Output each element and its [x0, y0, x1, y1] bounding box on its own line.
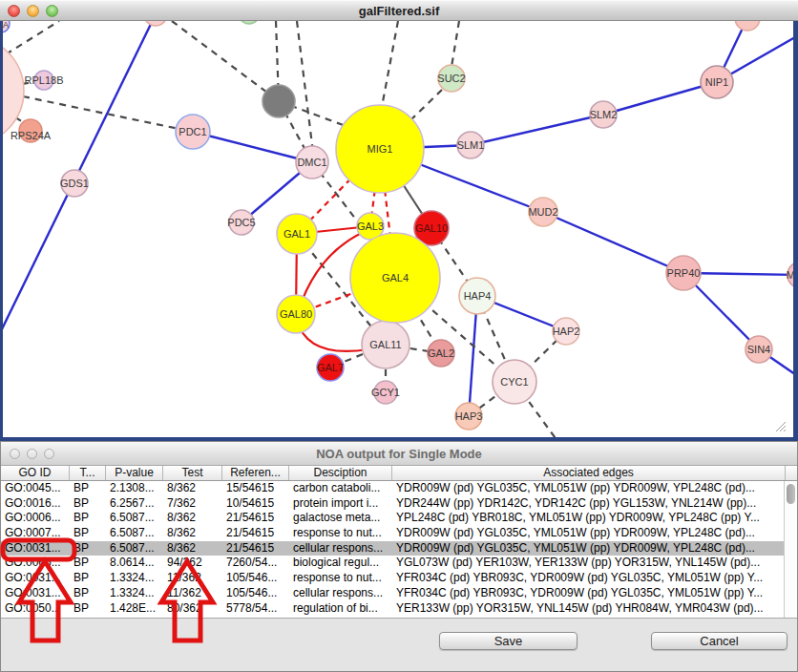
scrollbar-thumb[interactable]: [787, 484, 795, 504]
table-cell: 21/54615: [222, 541, 289, 556]
table-row[interactable]: GO:0031...BP1.3324...11/362105/546...cel…: [1, 586, 797, 601]
table-cell: BP: [70, 496, 106, 512]
network-edge-blue[interactable]: [193, 132, 312, 162]
node-gal7-label: GAL7: [317, 362, 344, 373]
table-cell: 21/54615: [222, 511, 289, 526]
table-row-selected[interactable]: GO:0031...BP6.5087...8/36221/54615cellul…: [1, 541, 797, 556]
network-edge-blue[interactable]: [543, 212, 683, 273]
table-cell: response to nut...: [289, 571, 392, 586]
node-prp40-label: PRP40: [667, 267, 701, 279]
node-suc2-label: SUC2: [437, 73, 465, 84]
node-gal11-label: GAL11: [369, 339, 401, 350]
table-cell: 10/54615: [222, 496, 289, 512]
table-cell: 6.2567...: [106, 496, 163, 512]
table-cell: 6.5087...: [106, 511, 163, 526]
table-cell: YFR034C (pd) YBR093C, YDR009W (pd) YGL03…: [392, 571, 786, 586]
vertical-scrollbar[interactable]: [784, 481, 797, 618]
table-cell: 8/362: [163, 511, 222, 526]
column-header-p-value[interactable]: P-value: [106, 466, 163, 480]
table-cell: BP: [70, 511, 106, 526]
node-gal3-label: GAL3: [357, 220, 384, 232]
table-cell: GO:0065...: [1, 556, 70, 571]
table-cell: 6.5087...: [106, 526, 163, 541]
network-edge-dash[interactable]: [172, 21, 279, 101]
node-cut-topleft-label: 17A: [3, 21, 9, 30]
table-row[interactable]: GO:0050...BP1.428E...80/3625778/54...reg…: [1, 601, 797, 617]
network-window-titlebar[interactable]: galFiltered.sif: [0, 0, 798, 21]
cancel-button[interactable]: Cancel: [651, 632, 788, 650]
table-cell: BP: [70, 571, 106, 586]
table-cell: BP: [70, 541, 106, 556]
column-header-go-id[interactable]: GO ID: [1, 466, 70, 480]
network-edge-dash[interactable]: [452, 21, 459, 67]
table-cell: 7/362: [163, 496, 222, 512]
node-gray[interactable]: [262, 85, 295, 117]
results-table-body[interactable]: GO:0045...BP2.1308...8/36215/54615carbon…: [1, 481, 797, 619]
table-row[interactable]: GO:0045...BP2.1308...8/36215/54615carbon…: [1, 481, 797, 496]
table-row[interactable]: GO:0007...BP6.5087...8/36221/54615respon…: [1, 526, 797, 541]
table-cell: 1.428E...: [106, 601, 163, 617]
table-row[interactable]: GO:0006...BP6.5087...8/36221/54615galact…: [1, 511, 797, 526]
table-cell: 21/54615: [222, 526, 289, 541]
node-rps24a-label: RPS24A: [10, 130, 52, 141]
node-gcy1-label: GCY1: [371, 387, 400, 398]
table-cell: 15/54615: [222, 481, 289, 496]
column-header-associated-edges[interactable]: Associated edges: [392, 466, 786, 480]
table-cell: 6.5087...: [106, 541, 163, 556]
table-cell: galactose meta...: [289, 511, 392, 526]
node-gds1-label: GDS1: [60, 178, 89, 189]
column-header-desciption[interactable]: Desciption: [289, 466, 392, 480]
table-cell: YFR034C (pd) YBR093C, YDR009W (pd) YGL03…: [392, 586, 786, 601]
table-cell: GO:0031...: [1, 586, 70, 601]
table-cell: GO:0031...: [1, 571, 70, 586]
node-pdc5-label: PDC5: [227, 217, 255, 228]
results-table-header[interactable]: GO IDT...P-valueTestReferen...Desciption…: [1, 466, 797, 481]
table-cell: regulation of bi...: [289, 601, 392, 617]
table-cell: 5778/54...: [222, 601, 289, 617]
node-hap4-label: HAP4: [464, 290, 492, 302]
network-graph[interactable]: 17ARPL18BRPS24AGDS1PDC1DMC1MIG1SUC2SLM1S…: [3, 21, 793, 437]
table-row[interactable]: GO:0031...BP1.3324...11/362105/546...res…: [1, 571, 797, 586]
column-header-referen-[interactable]: Referen...: [222, 466, 289, 480]
table-row[interactable]: GO:0065...BP8.0614...94/3627260/54...bio…: [1, 556, 797, 571]
table-cell: GO:0016...: [1, 496, 70, 512]
network-edge-blue[interactable]: [603, 82, 717, 115]
node-gal2-label: GAL2: [428, 347, 454, 359]
node-msn5-label: MSN5: [787, 269, 793, 281]
node-gal4-label: GAL4: [382, 272, 409, 284]
table-cell: 1.3324...: [106, 571, 163, 586]
table-cell: 8/362: [163, 541, 222, 556]
node-mud2-label: MUD2: [528, 206, 557, 218]
table-cell: GO:0045...: [1, 481, 70, 496]
network-edge-dash[interactable]: [6, 21, 59, 54]
node-rpl18b-label: RPL18B: [25, 74, 64, 86]
resize-grip-icon[interactable]: [773, 419, 787, 432]
network-edge-dash[interactable]: [382, 21, 398, 107]
node-cyc1-label: CYC1: [500, 376, 528, 388]
table-cell: YDR009W (pd) YGL035C, YML051W (pp) YDR00…: [392, 481, 786, 496]
node-gal1-label: GAL1: [284, 228, 310, 240]
node-cut-top[interactable]: [144, 21, 167, 26]
table-cell: YDR009W (pd) YGL035C, YML051W (pp) YDR00…: [392, 541, 786, 556]
table-cell: 8.0614...: [106, 556, 163, 571]
network-edge-blue[interactable]: [471, 115, 603, 145]
column-header-t-[interactable]: T...: [70, 466, 106, 480]
table-row[interactable]: GO:0016...BP6.2567...7/36210/54615protei…: [1, 496, 797, 512]
table-cell: biological regul...: [289, 556, 392, 571]
node-pdc1-label: PDC1: [178, 126, 206, 137]
node-cut-top-green[interactable]: [239, 21, 260, 24]
node-cut-topright[interactable]: [735, 21, 760, 31]
network-canvas[interactable]: 17ARPL18BRPS24AGDS1PDC1DMC1MIG1SUC2SLM1S…: [0, 21, 798, 441]
button-panel: Save Cancel: [1, 619, 797, 671]
table-cell: 8/362: [163, 481, 222, 496]
table-cell: cellular respons...: [289, 586, 392, 601]
column-header-test[interactable]: Test: [163, 466, 222, 480]
node-slm1-label: SLM1: [457, 139, 485, 151]
save-button[interactable]: Save: [439, 632, 578, 650]
node-hap3-label: HAP3: [455, 410, 483, 422]
table-cell: 7260/54...: [222, 556, 289, 571]
network-edge-dash[interactable]: [410, 90, 442, 120]
table-cell: BP: [70, 481, 106, 496]
table-cell: BP: [70, 556, 106, 571]
noa-window-titlebar[interactable]: NOA output for Single Mode: [1, 442, 797, 466]
